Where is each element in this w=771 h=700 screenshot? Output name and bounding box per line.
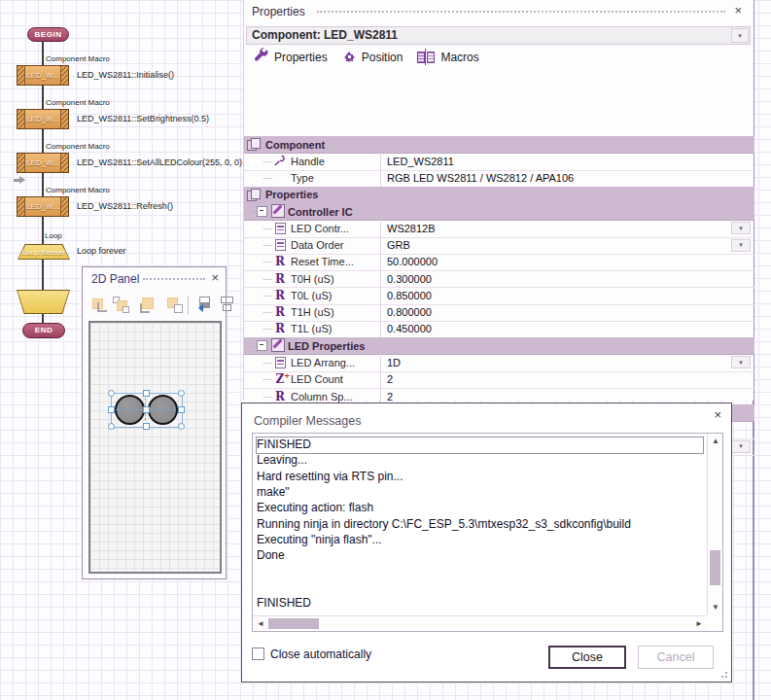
property-label: LED Contr...	[291, 220, 349, 236]
property-value[interactable]: WS2812B	[380, 220, 754, 236]
property-value[interactable]: GRB	[380, 237, 754, 254]
align-center-icon[interactable]	[218, 297, 235, 313]
horizontal-scrollbar[interactable]: ◄ ►	[253, 615, 707, 631]
loop-end-block[interactable]	[17, 290, 70, 314]
selection-handle[interactable]	[143, 390, 150, 397]
property-value[interactable]: 0.450000	[380, 321, 754, 337]
message-line[interactable]: FINISHED	[257, 596, 703, 612]
horizontal-scroll-thumb[interactable]	[268, 618, 319, 629]
vertical-scrollbar[interactable]: ▲ ▼	[707, 434, 722, 615]
loop-start-block[interactable]: Loop forever	[18, 244, 70, 260]
property-value[interactable]: RGB LED WS2811 / WS2812 / APA106	[380, 170, 754, 187]
collapse-minus-icon[interactable]	[257, 340, 267, 351]
selection-handle[interactable]	[108, 406, 115, 413]
property-row[interactable]: RReset Time...50.000000	[244, 254, 754, 271]
selection-handle[interactable]	[178, 406, 185, 413]
dialog-close-icon[interactable]: ×	[714, 408, 721, 421]
component-macro-block[interactable]: LED_W...	[17, 153, 69, 173]
scroll-down-icon[interactable]: ▼	[712, 604, 719, 612]
property-row[interactable]: TypeRGB LED WS2811 / WS2812 / APA106	[244, 170, 754, 188]
message-line[interactable]	[257, 580, 703, 596]
property-value-text: 0.850000	[387, 290, 432, 301]
component-macro-block[interactable]: LED_W...	[17, 65, 69, 86]
property-row[interactable]: RT1H (uS)0.800000	[244, 304, 754, 322]
property-value[interactable]: 0.300000	[380, 270, 754, 287]
property-dropdown-icon[interactable]: ▼	[731, 222, 751, 234]
selection-handle[interactable]	[178, 423, 185, 430]
close-automatically-checkbox[interactable]	[252, 648, 264, 660]
close-button[interactable]: Close	[548, 646, 626, 669]
property-value[interactable]: 1D	[380, 354, 754, 370]
2d-panel-close-icon[interactable]: ×	[211, 271, 219, 284]
message-line[interactable]: Executing action: flash	[257, 501, 703, 516]
2d-panel-canvas[interactable]	[88, 321, 222, 574]
align-left-icon[interactable]	[194, 297, 212, 313]
resize-grip[interactable]	[720, 671, 728, 679]
scroll-up-icon[interactable]: ▲	[712, 438, 719, 445]
property-value[interactable]: 2	[380, 371, 754, 388]
tab-position[interactable]: Position	[342, 50, 403, 64]
property-row[interactable]: RT0H (uS)0.300000	[244, 270, 754, 288]
component-selector[interactable]: Component: LED_WS2811 ▼	[246, 26, 751, 45]
tab-properties[interactable]: Properties	[254, 48, 328, 66]
message-line[interactable]: Executing "ninja flash"...	[257, 533, 703, 548]
property-row[interactable]: Z+LED Count2	[244, 371, 754, 389]
order-objects-icon[interactable]	[113, 297, 130, 313]
property-row[interactable]: RT0L (uS)0.850000	[244, 287, 754, 304]
property-dropdown-icon[interactable]: ▼	[731, 440, 751, 453]
selection-handle[interactable]	[108, 390, 115, 397]
property-row[interactable]: RT1L (uS)0.450000	[244, 321, 754, 338]
property-dropdown-icon[interactable]: ▼	[731, 356, 751, 368]
property-value[interactable]: LED_WS2811	[380, 153, 754, 169]
property-value-text: GRB	[387, 239, 410, 251]
selection-handle[interactable]	[143, 406, 150, 413]
property-dropdown-icon[interactable]: ▼	[731, 239, 751, 252]
selection-handle[interactable]	[143, 423, 150, 430]
begin-block[interactable]: BEGIN	[27, 27, 69, 42]
section-label: Component	[265, 136, 325, 153]
properties-close-icon[interactable]: ×	[734, 4, 742, 17]
property-value[interactable]: 0.850000	[380, 287, 754, 303]
property-row[interactable]: LED Contr...WS2812B▼	[244, 220, 754, 237]
collapse-minus-icon[interactable]	[257, 206, 267, 217]
message-line[interactable]: Done	[257, 548, 703, 564]
message-line[interactable]	[257, 565, 703, 580]
property-value[interactable]: 0.800000	[380, 304, 754, 321]
property-value[interactable]: 50.000000	[380, 254, 754, 270]
property-value-text: 2	[387, 391, 393, 402]
section-header-row[interactable]: Component	[244, 136, 754, 154]
vertical-scroll-thumb[interactable]	[710, 550, 720, 585]
property-row[interactable]: LED Arrang...1D▼	[244, 354, 754, 371]
subsection-header-row[interactable]: LED Properties	[244, 337, 754, 355]
selection-handle[interactable]	[108, 423, 115, 430]
send-backward-icon[interactable]	[166, 297, 184, 313]
property-row[interactable]: HandleLED_WS2811	[244, 153, 754, 170]
property-label: LED Count	[291, 371, 343, 388]
subsection-header-row[interactable]: Controller IC	[244, 203, 754, 221]
message-line[interactable]: Running ninja in directory C:\FC_ESP_5.3…	[257, 517, 703, 533]
message-line[interactable]: make"	[257, 485, 703, 501]
compiler-messages-list[interactable]: FINISHEDLeaving...Hard resetting via RTS…	[252, 433, 723, 632]
component-macro-block[interactable]: LED_W...	[17, 196, 69, 217]
section-header-row[interactable]: Properties	[244, 187, 754, 204]
component-selector-dropdown-icon[interactable]: ▼	[731, 28, 749, 43]
end-block[interactable]: END	[22, 323, 65, 338]
bring-forward-icon[interactable]	[139, 297, 157, 313]
property-row[interactable]: Data OrderGRB▼	[244, 237, 754, 255]
message-line[interactable]: FINISHED	[257, 438, 703, 453]
2d-panel-drag-handle[interactable]	[143, 278, 205, 280]
scroll-right-icon[interactable]: ►	[695, 620, 703, 628]
bring-to-front-icon[interactable]	[90, 297, 108, 313]
pages-icon	[247, 138, 260, 150]
tab-macros[interactable]: Macros	[417, 51, 478, 64]
selection-handle[interactable]	[178, 390, 185, 397]
component-macro-block[interactable]: LED_W...	[17, 109, 69, 129]
property-label: Type	[291, 170, 314, 187]
properties-drag-handle[interactable]	[317, 11, 725, 13]
properties-panel: Properties × Component: LED_WS2811 ▼ Pro…	[243, 0, 753, 401]
message-line[interactable]: Hard resetting via RTS pin...	[257, 470, 703, 485]
scroll-left-icon[interactable]: ◄	[257, 620, 264, 628]
macro-kind-label: Component Macro	[46, 54, 110, 63]
insert-point-arrow-icon	[14, 176, 27, 185]
message-line[interactable]: Leaving...	[257, 453, 703, 469]
